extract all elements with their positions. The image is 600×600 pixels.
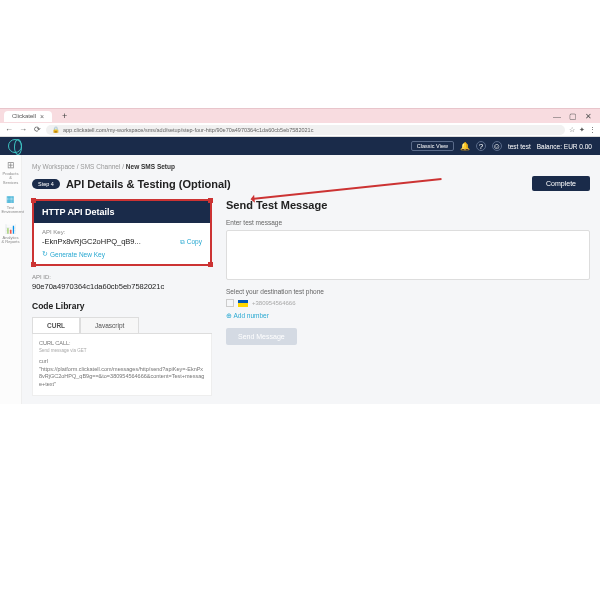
minimize-icon[interactable]: — bbox=[553, 112, 561, 121]
back-button[interactable]: ← bbox=[4, 125, 14, 134]
rail-analytics[interactable]: 📊 Analytics & Reports bbox=[2, 225, 20, 245]
copy-button[interactable]: ⧉ Copy bbox=[180, 238, 202, 246]
phone-checkbox[interactable] bbox=[226, 299, 234, 307]
test-icon: ▦ bbox=[2, 195, 20, 205]
tab-javascript[interactable]: Javascript bbox=[80, 317, 139, 333]
url-text: app.clickatell.com/my-workspace/sms/add/… bbox=[63, 127, 313, 133]
rail-products[interactable]: ⊞ Products & Services bbox=[2, 161, 20, 185]
plus-circle-icon: ⊕ bbox=[226, 312, 232, 319]
lock-icon: 🔒 bbox=[52, 126, 59, 133]
close-window-icon[interactable]: ✕ bbox=[585, 112, 592, 121]
breadcrumb: My Workspace / SMS Channel / New SMS Set… bbox=[32, 163, 590, 170]
generate-key-link[interactable]: ↻ Generate New Key bbox=[42, 250, 202, 258]
annotation-arrow bbox=[252, 178, 441, 200]
refresh-icon: ↻ bbox=[42, 250, 48, 258]
copy-icon: ⧉ bbox=[180, 238, 185, 246]
add-number-link[interactable]: ⊕ Add number bbox=[226, 312, 269, 320]
user-icon[interactable]: ☺ bbox=[492, 141, 502, 151]
crumb-sms-channel[interactable]: SMS Channel bbox=[80, 163, 120, 170]
message-label: Enter test message bbox=[226, 219, 590, 226]
user-name: test test bbox=[508, 143, 531, 150]
chart-icon: 📊 bbox=[2, 225, 20, 235]
phone-number: +380954564666 bbox=[252, 300, 296, 306]
menu-icon[interactable]: ⋮ bbox=[589, 126, 596, 134]
star-icon[interactable]: ☆ bbox=[569, 126, 575, 134]
left-rail: ⊞ Products & Services ▦ Test Environment… bbox=[0, 155, 22, 404]
destination-label: Select your destination test phone bbox=[226, 288, 590, 295]
api-details-header: HTTP API Details bbox=[34, 201, 210, 223]
address-bar[interactable]: 🔒 app.clickatell.com/my-workspace/sms/ad… bbox=[46, 125, 565, 135]
logo-icon[interactable] bbox=[8, 139, 22, 153]
tab-curl[interactable]: CURL bbox=[32, 317, 80, 333]
new-tab-button[interactable]: + bbox=[58, 111, 71, 121]
send-message-button[interactable]: Send Message bbox=[226, 328, 297, 345]
rail-test-env[interactable]: ▦ Test Environment bbox=[2, 195, 20, 215]
classic-view-button[interactable]: Classic View bbox=[411, 141, 454, 151]
code-library-title: Code Library bbox=[32, 301, 212, 311]
help-icon[interactable]: ? bbox=[476, 141, 486, 151]
forward-button[interactable]: → bbox=[18, 125, 28, 134]
bell-icon[interactable]: 🔔 bbox=[460, 141, 470, 151]
tab-title: Clickatell bbox=[12, 113, 36, 119]
tab-close-icon[interactable]: × bbox=[40, 113, 44, 120]
maximize-icon[interactable]: ▢ bbox=[569, 112, 577, 121]
api-details-box: HTTP API Details API Key: -EknPx8vRjGC2o… bbox=[32, 199, 212, 266]
api-key-value: -EknPx8vRjGC2oHPQ_qB9... bbox=[42, 237, 180, 246]
api-key-label: API Key: bbox=[42, 229, 202, 235]
page-title: API Details & Testing (Optional) bbox=[66, 178, 231, 190]
code-snippet: CURL CALL: Send message via GET curl "ht… bbox=[32, 334, 212, 396]
send-test-title: Send Test Message bbox=[226, 199, 590, 211]
message-textarea[interactable] bbox=[226, 230, 590, 280]
reload-button[interactable]: ⟳ bbox=[32, 125, 42, 134]
api-id-value: 90e70a4970364c1da60cb5eb7582021c bbox=[32, 282, 212, 291]
flag-icon bbox=[238, 300, 248, 307]
api-id-label: API ID: bbox=[32, 274, 212, 280]
grid-icon: ⊞ bbox=[2, 161, 20, 171]
balance-label: Balance: EUR 0.00 bbox=[537, 143, 592, 150]
browser-tab[interactable]: Clickatell × bbox=[4, 111, 52, 122]
phone-option[interactable]: +380954564666 bbox=[226, 299, 590, 307]
crumb-workspace[interactable]: My Workspace bbox=[32, 163, 75, 170]
complete-button[interactable]: Complete bbox=[532, 176, 590, 191]
step-badge: Step 4 bbox=[32, 179, 60, 189]
app-header: Classic View 🔔 ? ☺ test test Balance: EU… bbox=[0, 137, 600, 155]
crumb-current: New SMS Setup bbox=[126, 163, 175, 170]
extension-icon[interactable]: ✦ bbox=[579, 126, 585, 134]
